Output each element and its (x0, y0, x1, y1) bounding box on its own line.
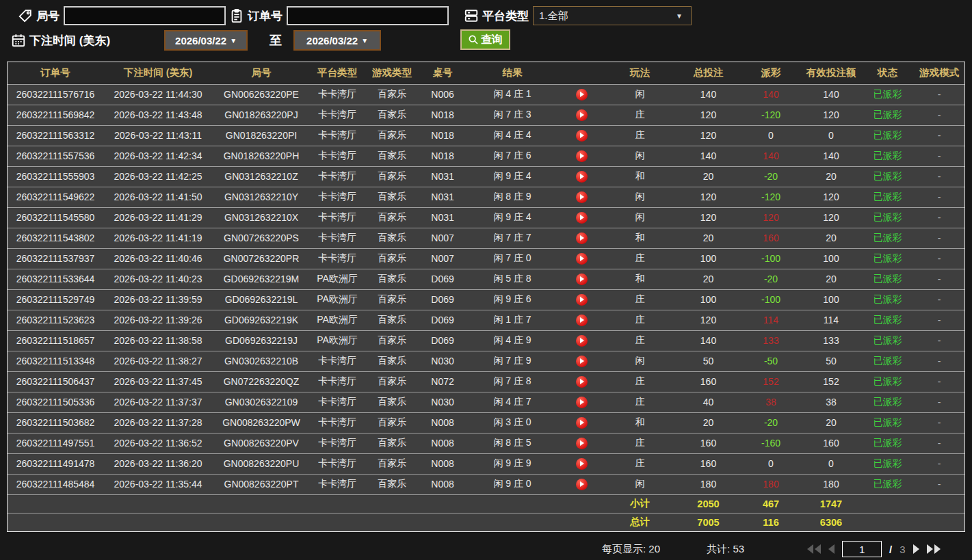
cell-play: 庄 (604, 310, 676, 330)
last-page-button[interactable] (927, 544, 941, 554)
cell-status: 已派彩 (861, 310, 914, 330)
replay-video-icon[interactable] (576, 232, 588, 244)
next-page-button[interactable] (913, 544, 919, 554)
cell-play: 闲 (604, 187, 676, 207)
double-left-arrow-icon (815, 544, 821, 554)
left-arrow-icon (828, 544, 835, 554)
cell-game-no: GN03026322109 (213, 392, 310, 412)
cell-valid-bet: 120 (801, 207, 861, 228)
replay-video-icon[interactable] (576, 376, 588, 388)
prev-page-button[interactable] (828, 544, 835, 554)
cell-game-mode: - (914, 474, 964, 494)
replay-video-icon[interactable] (576, 212, 588, 224)
cell-game-type: 百家乐 (365, 166, 419, 187)
cell-game-mode: - (914, 433, 964, 453)
replay-video-icon[interactable] (576, 315, 588, 326)
cell-table-no: N008 (419, 412, 466, 433)
cell-game-no: GN072263220QZ (213, 371, 310, 392)
cell-order-id: 260322111569842 (8, 105, 103, 125)
cell-bet-time: 2026-03-22 11:44:30 (103, 84, 213, 105)
cell-total-bet: 120 (676, 207, 741, 228)
replay-video-icon[interactable] (576, 171, 588, 183)
cell-bet-time: 2026-03-22 11:42:34 (103, 146, 213, 166)
replay-video-icon[interactable] (576, 150, 588, 162)
game-no-input[interactable] (64, 6, 226, 25)
play-triangle-icon (580, 92, 584, 97)
cell-status: 已派彩 (861, 433, 914, 453)
cell-result: 闲 7 庄 6 (466, 146, 559, 166)
table-row: 2603221115133482026-03-22 11:38:27GN0302… (8, 351, 964, 371)
cell-valid-bet: 0 (801, 453, 861, 474)
cell-game-no: GN006263220PE (213, 84, 310, 105)
replay-cell (559, 166, 604, 187)
cell-game-type: 百家乐 (365, 187, 419, 207)
cell-bet-time: 2026-03-22 11:35:44 (103, 474, 213, 494)
cell-status: 已派彩 (861, 228, 914, 248)
cell-game-mode: - (914, 310, 964, 330)
replay-video-icon[interactable] (576, 335, 588, 347)
cell-status: 已派彩 (861, 371, 914, 392)
page-number-input[interactable]: 1 (842, 541, 882, 557)
cell-game-no: GN007263220PS (213, 228, 310, 248)
replay-video-icon[interactable] (576, 417, 588, 429)
play-triangle-icon (580, 379, 584, 384)
cell-status: 已派彩 (861, 474, 914, 494)
cell-game-no: GN008263220PV (213, 433, 310, 453)
replay-video-icon[interactable] (576, 253, 588, 265)
cell-total-bet: 120 (676, 125, 741, 146)
cell-game-type: 百家乐 (365, 248, 419, 269)
replay-video-icon[interactable] (576, 458, 588, 470)
cell-game-type: 百家乐 (365, 433, 419, 453)
replay-video-icon[interactable] (576, 438, 588, 449)
play-triangle-icon (580, 440, 584, 446)
date-to-select[interactable]: 2026/03/22 ▼ (293, 30, 381, 51)
replay-video-icon[interactable] (576, 397, 588, 408)
cell-table-no: N007 (419, 228, 466, 248)
first-page-button[interactable] (807, 544, 821, 554)
cell-table-no: D069 (419, 289, 466, 310)
cell-play: 闲 (604, 474, 676, 494)
replay-video-icon[interactable] (576, 356, 588, 367)
cell-result: 闲 4 庄 4 (466, 125, 559, 146)
order-no-input[interactable] (287, 6, 449, 25)
cell-total-bet: 140 (676, 84, 741, 105)
cell-game-no: GN018263220PI (213, 125, 310, 146)
cell-play: 庄 (604, 330, 676, 351)
cell-game-no: GN008263220PT (213, 474, 310, 494)
replay-video-icon[interactable] (576, 294, 588, 306)
table-row: 2603221115698422026-03-22 11:43:48GN0182… (8, 105, 964, 125)
replay-video-icon[interactable] (576, 191, 588, 203)
betting-records-page: 局号 订单号 平台类型 1.全部 ▼ 下注时间 (美东) 2026/03/22 … (0, 0, 972, 560)
cell-valid-bet: 133 (801, 330, 861, 351)
table-row: 2603221115496222026-03-22 11:41:50GN0312… (8, 187, 964, 207)
cell-result: 闲 9 庄 4 (466, 166, 559, 187)
column-header: 结果 (466, 62, 559, 84)
cell-game-mode: - (914, 351, 964, 371)
cell-status: 已派彩 (861, 207, 914, 228)
cell-order-id: 260322111533644 (8, 269, 103, 289)
cell-game-type: 百家乐 (365, 351, 419, 371)
cell-bet-time: 2026-03-22 11:41:29 (103, 207, 213, 228)
cell-play: 和 (604, 228, 676, 248)
cell-game-mode: - (914, 125, 964, 146)
replay-video-icon[interactable] (576, 479, 588, 490)
cell-result: 闲 4 庄 7 (466, 392, 559, 412)
cell-order-id: 260322111557536 (8, 146, 103, 166)
replay-video-icon[interactable] (576, 130, 588, 142)
cell-payout: -20 (741, 412, 801, 433)
replay-video-icon[interactable] (576, 274, 588, 285)
cell-order-id: 260322111505336 (8, 392, 103, 412)
play-triangle-icon (580, 133, 584, 138)
cell-platform: 卡卡湾厅 (310, 125, 365, 146)
cell-bet-time: 2026-03-22 11:37:37 (103, 392, 213, 412)
date-from-select[interactable]: 2026/03/22 ▼ (164, 30, 248, 51)
cell-game-no: GN018263220PJ (213, 105, 310, 125)
query-button[interactable]: 查询 (460, 29, 510, 50)
platform-type-select[interactable]: 1.全部 ▼ (533, 6, 692, 25)
replay-video-icon[interactable] (576, 89, 588, 101)
replay-video-icon[interactable] (576, 109, 588, 121)
cell-game-type: 百家乐 (365, 269, 419, 289)
replay-cell (559, 371, 604, 392)
cell-total-bet: 20 (676, 269, 741, 289)
cell-platform: 卡卡湾厅 (310, 351, 365, 371)
